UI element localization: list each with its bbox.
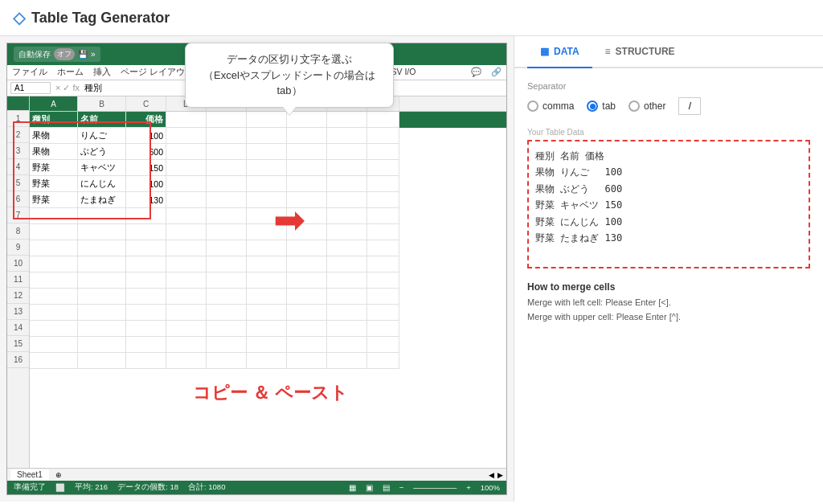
- cell-B6[interactable]: たまねぎ: [78, 192, 126, 208]
- main-layout: データの区切り文字を選ぶ （Excelやスプレッドシートの場合はtab） 自動保…: [0, 36, 823, 502]
- ribbon-page-layout[interactable]: ページ レイアウト: [121, 67, 194, 78]
- radio-circle-other[interactable]: [629, 100, 640, 112]
- zoom-minus-icon[interactable]: −: [399, 483, 404, 492]
- view-normal-icon[interactable]: ▦: [349, 483, 356, 492]
- cell-B4[interactable]: キャベツ: [78, 160, 126, 176]
- table-row: [30, 256, 506, 272]
- right-tabs: ▦ DATA ≡ STRUCTURE: [514, 36, 823, 68]
- cell-C2[interactable]: 100: [126, 128, 166, 144]
- right-content: Separator comma tab other Your Table Dat…: [514, 68, 823, 502]
- cell-H2[interactable]: [327, 128, 367, 144]
- statusbar-sum: 合計: 1080: [188, 482, 225, 493]
- cell-E6[interactable]: [207, 192, 247, 208]
- cell-C6[interactable]: 130: [126, 192, 166, 208]
- cell-E4[interactable]: [207, 160, 247, 176]
- sheet-tab[interactable]: Sheet1: [10, 469, 49, 480]
- cell-A4[interactable]: 野菜: [30, 160, 78, 176]
- cell-A1[interactable]: 種別: [30, 112, 78, 128]
- cell-A2[interactable]: 果物: [30, 128, 78, 144]
- radio-item-other[interactable]: other: [629, 100, 665, 112]
- cell-A5[interactable]: 野菜: [30, 176, 78, 192]
- cell-D4[interactable]: [166, 160, 207, 176]
- scroll-left-icon[interactable]: ◀: [489, 471, 494, 479]
- tab-data[interactable]: ▦ DATA: [527, 36, 592, 68]
- row-header-3: 3: [7, 143, 29, 159]
- cell-I5[interactable]: [367, 176, 399, 192]
- tab-structure[interactable]: ≡ STRUCTURE: [592, 36, 688, 68]
- radio-label-tab: tab: [602, 100, 616, 112]
- view-page-icon[interactable]: ▤: [383, 483, 390, 492]
- cell-C4[interactable]: 150: [126, 160, 166, 176]
- cell-G4[interactable]: [287, 160, 327, 176]
- cell-F1[interactable]: [247, 112, 287, 128]
- radio-circle-comma[interactable]: [527, 100, 538, 112]
- cell-E1[interactable]: [207, 112, 247, 128]
- cell-D5[interactable]: [166, 176, 207, 192]
- cell-E2[interactable]: [207, 128, 247, 144]
- radio-circle-tab[interactable]: [587, 100, 598, 112]
- cell-A3[interactable]: 果物: [30, 144, 78, 160]
- zoom-plus-icon[interactable]: +: [466, 483, 471, 492]
- cell-D2[interactable]: [166, 128, 207, 144]
- tab-data-label: DATA: [554, 46, 579, 57]
- merge-title: How to merge cells: [527, 281, 810, 293]
- row-header-16: 16: [7, 352, 29, 368]
- table-row: [30, 337, 506, 353]
- cell-G3[interactable]: [287, 144, 327, 160]
- radio-item-comma[interactable]: comma: [527, 100, 574, 112]
- zoom-slider[interactable]: ────────: [413, 483, 457, 492]
- cell-B3[interactable]: ぶどう: [78, 144, 126, 160]
- cell-A6[interactable]: 野菜: [30, 192, 78, 208]
- row-header-11: 11: [7, 272, 29, 288]
- cell-G2[interactable]: [287, 128, 327, 144]
- cell-F5[interactable]: [247, 176, 287, 192]
- col-header-corner: [7, 96, 29, 111]
- cell-H5[interactable]: [327, 176, 367, 192]
- cell-E5[interactable]: [207, 176, 247, 192]
- cell-C5[interactable]: 100: [126, 176, 166, 192]
- cell-F2[interactable]: [247, 128, 287, 144]
- cell-D1[interactable]: [166, 112, 207, 128]
- scroll-right-icon[interactable]: ▶: [497, 471, 503, 479]
- table-row: [30, 208, 506, 224]
- table-data-box[interactable]: 種別 名前 価格 果物 りんご 100 果物 ぶどう 600 野菜 キャベツ 1…: [527, 140, 810, 268]
- cell-reference-input[interactable]: [10, 82, 51, 94]
- cell-F4[interactable]: [247, 160, 287, 176]
- ribbon-insert[interactable]: 挿入: [93, 67, 111, 78]
- cell-I2[interactable]: [367, 128, 399, 144]
- col-header-A: A: [30, 96, 78, 111]
- cell-I1[interactable]: [367, 112, 399, 128]
- cell-F3[interactable]: [247, 144, 287, 160]
- cell-I4[interactable]: [367, 160, 399, 176]
- cell-I6[interactable]: [367, 192, 399, 208]
- ribbon-home[interactable]: ホーム: [57, 67, 84, 78]
- cell-H4[interactable]: [327, 160, 367, 176]
- cell-D3[interactable]: [166, 144, 207, 160]
- cell-B1[interactable]: 名前: [78, 112, 126, 128]
- cell-H6[interactable]: [327, 192, 367, 208]
- cell-D6[interactable]: [166, 192, 207, 208]
- table-row: [30, 240, 506, 256]
- cell-G5[interactable]: [287, 176, 327, 192]
- autosave-toggle[interactable]: オフ: [54, 48, 75, 60]
- cell-H3[interactable]: [327, 144, 367, 160]
- tooltip-line2: （Excelやスプレッドシートの場合はtab）: [203, 69, 375, 97]
- separator-radio-group: comma tab other: [527, 97, 810, 115]
- cell-C1[interactable]: 価格: [126, 112, 166, 128]
- cell-E3[interactable]: [207, 144, 247, 160]
- paste-arrow: ➡: [273, 197, 305, 242]
- cell-I3[interactable]: [367, 144, 399, 160]
- radio-item-tab[interactable]: tab: [587, 100, 616, 112]
- cell-C3[interactable]: 600: [126, 144, 166, 160]
- cell-B2[interactable]: りんご: [78, 128, 126, 144]
- cell-B5[interactable]: にんじん: [78, 176, 126, 192]
- add-sheet-icon[interactable]: ⊕: [55, 471, 62, 479]
- table-data-label: Your Table Data: [527, 128, 810, 137]
- ribbon-file[interactable]: ファイル: [12, 67, 47, 78]
- excel-window: 自動保存 オフ 💾 » Book1 - Excel ファイル ホーム 挿入 ペー…: [6, 43, 507, 495]
- view-layout-icon[interactable]: ▣: [366, 483, 373, 492]
- row-header-2: 2: [7, 127, 29, 143]
- cell-H1[interactable]: [327, 112, 367, 128]
- ribbon-share-icon: 🔗: [491, 67, 502, 78]
- separator-other-input[interactable]: [678, 97, 701, 115]
